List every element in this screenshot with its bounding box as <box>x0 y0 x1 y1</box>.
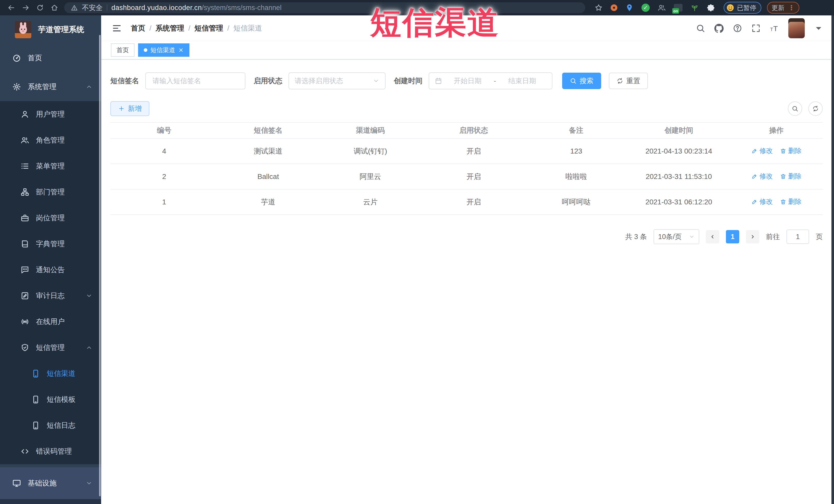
tab-item[interactable]: 首页 <box>111 43 134 57</box>
user-avatar[interactable] <box>788 18 805 38</box>
column-header[interactable]: 备注 <box>525 126 628 135</box>
status-select[interactable]: 请选择启用状态 <box>288 72 386 89</box>
toggle-search-button[interactable] <box>788 102 802 116</box>
extension-donut-icon[interactable] <box>611 4 617 11</box>
table-cell: 123 <box>525 147 628 155</box>
sidebar-item[interactable]: 岗位管理 <box>0 205 101 231</box>
breadcrumb-item[interactable]: 短信管理 <box>195 23 223 33</box>
column-header[interactable]: 启用状态 <box>422 126 525 135</box>
sidebar-item[interactable]: 短信管理 <box>0 334 101 360</box>
back-icon <box>7 4 15 12</box>
browser-forward-button[interactable] <box>19 2 33 14</box>
sidebar-item[interactable]: 基础设施 <box>0 467 101 499</box>
column-header[interactable]: 创建时间 <box>628 126 730 135</box>
font-size-icon[interactable]: TT <box>770 24 779 33</box>
table-cell: 1 <box>110 198 218 206</box>
table-row: 2Ballcat阿里云开启啦啦啦2021-03-31 11:53:10修改删除 <box>110 164 823 190</box>
search-icon[interactable] <box>696 24 705 33</box>
sidebar-scrollbar[interactable] <box>99 35 101 496</box>
breadcrumb-item[interactable]: 首页 <box>131 23 145 33</box>
sidebar-item[interactable]: 字典管理 <box>0 231 101 257</box>
sidebar-item[interactable]: 短信渠道 <box>0 360 101 387</box>
next-page-button[interactable] <box>746 230 759 243</box>
delete-button[interactable]: 删除 <box>780 197 802 206</box>
reset-button[interactable]: 重置 <box>609 73 648 89</box>
bookmark-star-icon[interactable] <box>594 4 603 12</box>
column-header[interactable]: 短信签名 <box>218 126 318 135</box>
browser-home-button[interactable] <box>47 2 62 14</box>
caret-down-icon[interactable] <box>814 24 823 33</box>
github-icon[interactable] <box>715 24 724 33</box>
column-header[interactable]: 编号 <box>110 126 218 135</box>
column-header[interactable]: 操作 <box>730 126 823 135</box>
gear-icon <box>12 82 21 91</box>
address-bar[interactable]: 不安全 dashboard.yudao.iocoder.cn/system/sm… <box>64 2 585 13</box>
edit-button[interactable]: 修改 <box>751 197 773 206</box>
chevron-up-icon <box>86 344 92 351</box>
search-button[interactable]: 搜索 <box>562 73 601 89</box>
tab-active[interactable]: 短信渠道 <box>138 43 190 57</box>
prev-page-button[interactable] <box>706 230 719 243</box>
sidebar-item-label: 系统管理 <box>28 82 57 92</box>
window-scrollbar[interactable] <box>831 16 834 504</box>
extension-people-icon[interactable] <box>658 4 666 12</box>
sidebar-item[interactable]: 短信模板 <box>0 387 101 412</box>
sidebar-item[interactable]: 短信日志 <box>0 412 101 438</box>
column-header[interactable]: 渠道编码 <box>318 126 422 135</box>
delete-button[interactable]: 删除 <box>780 172 802 181</box>
user-icon <box>21 110 29 118</box>
edit-button[interactable]: 修改 <box>751 146 773 155</box>
sidebar-item[interactable]: 系统管理 <box>0 72 101 101</box>
start-date-placeholder[interactable]: 开始日期 <box>443 76 492 86</box>
browser-back-button[interactable] <box>4 2 19 14</box>
sidebar-item[interactable]: 审计日志 <box>0 283 101 309</box>
sidebar-item[interactable]: 首页 <box>0 44 101 72</box>
profile-paused-badge[interactable]: 已暂停 <box>724 2 761 14</box>
sidebar-item[interactable]: 在线用户 <box>0 309 101 334</box>
browser-reload-button[interactable] <box>33 2 47 14</box>
end-date-placeholder[interactable]: 结束日期 <box>498 76 547 86</box>
fullscreen-icon[interactable] <box>751 24 761 33</box>
page-number-button[interactable]: 1 <box>726 230 739 243</box>
edit-button[interactable]: 修改 <box>751 172 773 181</box>
sidebar-bottom-strip <box>0 499 101 504</box>
sidebar-item[interactable]: 角色管理 <box>0 127 101 153</box>
sidebar: 芋道管理系统 首页系统管理用户管理角色管理菜单管理部门管理岗位管理字典管理通知公… <box>0 16 101 504</box>
delete-button[interactable]: 删除 <box>780 146 802 155</box>
add-button[interactable]: 新增 <box>110 101 149 116</box>
table-cell: 2021-03-31 06:12:20 <box>628 198 730 206</box>
browser-menu-icon[interactable]: ⋮ <box>788 4 795 12</box>
extension-check-icon[interactable]: ✓ <box>641 4 650 12</box>
extensions-puzzle-icon[interactable] <box>707 4 715 12</box>
app-logo-row[interactable]: 芋道管理系统 <box>0 16 101 44</box>
extension-plant-icon[interactable] <box>690 4 699 12</box>
extension-pin-icon[interactable] <box>625 4 634 12</box>
not-secure-label[interactable]: 不安全 <box>82 3 103 12</box>
page-size-select[interactable]: 10条/页 <box>654 229 699 244</box>
sidebar-item-label: 菜单管理 <box>36 161 65 171</box>
phone-icon <box>31 421 40 430</box>
goto-page-input[interactable] <box>787 229 809 244</box>
sidebar-item[interactable]: 用户管理 <box>0 101 101 127</box>
date-range-picker[interactable]: 开始日期 - 结束日期 <box>429 72 552 89</box>
signature-input[interactable] <box>145 72 245 89</box>
page-unit-label: 页 <box>816 232 823 241</box>
sidebar-item-label: 短信模板 <box>47 395 75 404</box>
table-cell: 开启 <box>422 172 525 181</box>
sidebar-item[interactable]: 菜单管理 <box>0 153 101 179</box>
sidebar-item[interactable]: 错误码管理 <box>0 438 101 464</box>
extension-on-icon[interactable]: on <box>674 4 683 12</box>
breadcrumb-item[interactable]: 系统管理 <box>156 23 184 33</box>
sidebar-item-label: 角色管理 <box>36 135 65 145</box>
profile-avatar-icon <box>726 4 734 12</box>
refresh-table-button[interactable] <box>808 102 823 116</box>
sidebar-item[interactable]: 部门管理 <box>0 179 101 205</box>
hamburger-icon[interactable] <box>112 23 122 33</box>
help-icon[interactable] <box>733 24 742 33</box>
browser-update-button[interactable]: 更新 ⋮ <box>767 2 799 14</box>
date-separator: - <box>493 77 497 85</box>
sidebar-item[interactable]: 通知公告 <box>0 257 101 283</box>
close-icon[interactable] <box>178 47 184 53</box>
phone-icon <box>31 369 40 378</box>
tab-label: 首页 <box>116 46 129 54</box>
